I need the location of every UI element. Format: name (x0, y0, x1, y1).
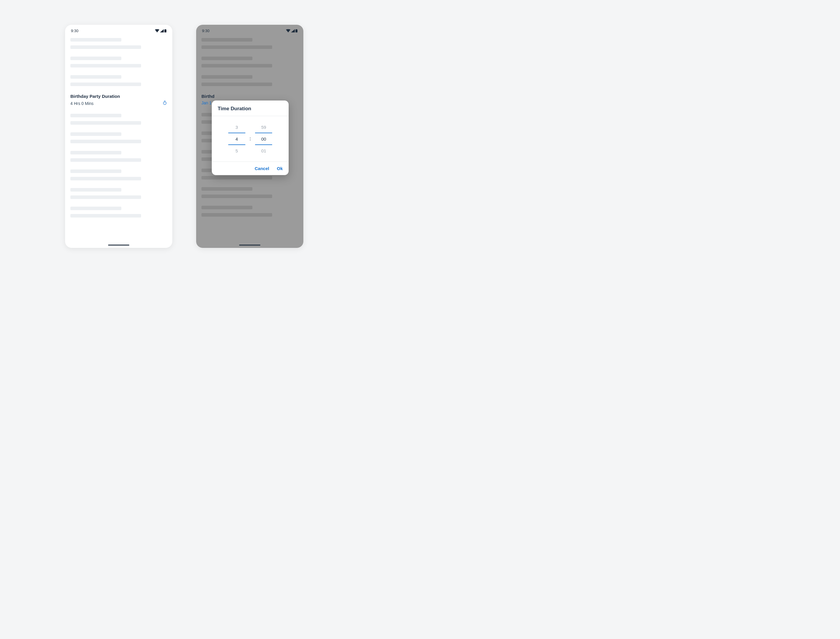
placeholder-line (201, 64, 272, 67)
duration-field[interactable]: Birthday Party Duration 4 Hrs 0 Mins (70, 94, 167, 106)
placeholder-line (70, 64, 141, 67)
status-icons (286, 29, 298, 32)
minutes-current: 00 (255, 133, 272, 145)
placeholder-group (201, 187, 298, 198)
hours-next: 5 (228, 145, 245, 156)
status-time: 9:30 (71, 29, 78, 33)
placeholder-line (201, 83, 272, 86)
placeholder-line (201, 45, 272, 49)
placeholder-line (201, 187, 252, 191)
placeholder-line (201, 57, 252, 60)
duration-field-label-partial: Birthd (201, 94, 298, 99)
dialog-title: Time Duration (212, 100, 288, 116)
placeholder-line (70, 38, 121, 41)
placeholder-line (70, 45, 141, 49)
time-duration-dialog: Time Duration 3 4 5 : 59 00 01 Cancel Ok (212, 100, 288, 175)
svg-rect-6 (295, 29, 298, 32)
cancel-button[interactable]: Cancel (255, 166, 269, 171)
placeholder-line (201, 194, 272, 198)
placeholder-group (70, 38, 167, 49)
placeholder-line (201, 206, 252, 209)
minutes-next: 01 (255, 145, 272, 156)
placeholder-group (70, 57, 167, 67)
svg-rect-0 (164, 29, 166, 32)
hours-current: 4 (228, 133, 245, 145)
battery-icon (295, 29, 298, 32)
minutes-prev: 59 (255, 121, 272, 133)
hours-prev: 3 (228, 121, 245, 133)
placeholder-group (70, 151, 167, 162)
placeholder-group (201, 75, 298, 86)
status-bar: 9:30 (196, 25, 303, 37)
placeholder-line (201, 38, 252, 41)
placeholder-group (201, 38, 298, 49)
placeholder-line (201, 176, 272, 180)
svg-rect-7 (296, 29, 297, 30)
duration-picker: 3 4 5 : 59 00 01 (212, 116, 288, 162)
placeholder-group (201, 57, 298, 67)
svg-rect-1 (165, 29, 166, 30)
placeholder-line (70, 114, 121, 117)
placeholder-group (70, 207, 167, 218)
duration-field-label: Birthday Party Duration (70, 94, 167, 99)
placeholder-group (70, 132, 167, 143)
status-time: 9:30 (202, 29, 209, 33)
placeholder-line (70, 207, 121, 210)
placeholder-line (70, 121, 141, 125)
placeholder-line (70, 83, 141, 86)
status-icons (155, 29, 166, 32)
phone-mock-default: 9:30 Birthday Party Duration 4 Hrs 0 Min… (65, 25, 172, 248)
placeholder-group (201, 206, 298, 217)
placeholder-group (70, 114, 167, 125)
placeholder-group (70, 75, 167, 86)
wifi-icon (155, 29, 159, 32)
placeholder-line (201, 213, 272, 217)
stopwatch-icon[interactable] (163, 100, 167, 106)
placeholder-line (70, 158, 141, 162)
content-area: Birthday Party Duration 4 Hrs 0 Mins (65, 37, 172, 218)
placeholder-line (70, 57, 121, 60)
status-bar: 9:30 (65, 25, 172, 37)
cellular-icon (291, 29, 295, 32)
placeholder-line (70, 214, 141, 218)
duration-field-value: 4 Hrs 0 Mins (70, 101, 94, 106)
placeholder-group (70, 188, 167, 199)
home-indicator (239, 245, 260, 245)
minutes-column[interactable]: 59 00 01 (255, 121, 272, 156)
phone-mock-dialog-open: 9:30 Birthd Jan 1 (196, 25, 303, 248)
battery-icon (164, 29, 166, 32)
placeholder-line (70, 151, 121, 154)
placeholder-group (70, 170, 167, 180)
cellular-icon (160, 29, 164, 32)
placeholder-line (70, 75, 121, 79)
dialog-actions: Cancel Ok (212, 162, 288, 175)
placeholder-line (201, 75, 252, 79)
placeholder-line (70, 196, 141, 199)
placeholder-line (70, 177, 141, 180)
placeholder-line (70, 140, 141, 143)
ok-button[interactable]: Ok (277, 166, 283, 171)
home-indicator (108, 245, 129, 245)
placeholder-line (70, 188, 121, 192)
duration-field-value-partial: Jan 1 (201, 100, 211, 105)
picker-separator: : (249, 136, 251, 142)
placeholder-line (70, 132, 121, 136)
placeholder-line (70, 170, 121, 173)
hours-column[interactable]: 3 4 5 (228, 121, 245, 156)
wifi-icon (286, 29, 290, 32)
